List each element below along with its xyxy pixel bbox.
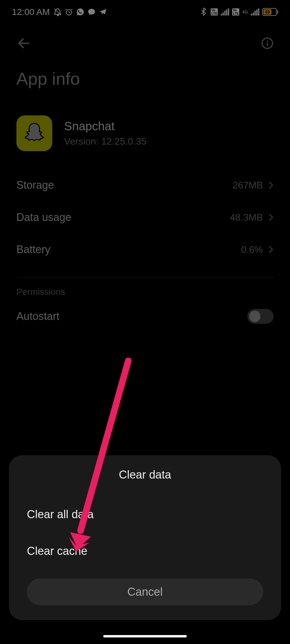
cancel-button[interactable]: Cancel bbox=[27, 578, 263, 605]
autostart-label: Autostart bbox=[16, 310, 59, 323]
app-name: Snapchat bbox=[64, 120, 146, 133]
signal-icon-1 bbox=[221, 8, 229, 16]
data-usage-label: Data usage bbox=[16, 211, 71, 224]
storage-value: 267MB bbox=[233, 180, 263, 191]
chevron-right-icon bbox=[268, 213, 274, 222]
volte-badge-1: VoLTE bbox=[211, 8, 218, 16]
permissions-heading: Permissions bbox=[0, 287, 290, 303]
volte-badge-2: VoLTE bbox=[232, 8, 239, 16]
clear-all-data-option[interactable]: Clear all data bbox=[9, 496, 281, 533]
app-version: Version: 12.25.0.35 bbox=[64, 136, 146, 147]
telegram-icon bbox=[99, 8, 107, 16]
storage-label: Storage bbox=[16, 179, 54, 191]
chevron-right-icon bbox=[268, 245, 274, 254]
whatsapp-icon bbox=[76, 8, 84, 16]
app-bar bbox=[0, 30, 290, 57]
battery-value: 0.6% bbox=[241, 244, 263, 255]
network-type-label: 4G bbox=[242, 10, 248, 14]
battery-row[interactable]: Battery 0.6% bbox=[16, 233, 274, 266]
snapchat-ghost-icon bbox=[22, 121, 46, 146]
status-left-group: 12:00 AM bbox=[12, 7, 107, 17]
svg-point-2 bbox=[267, 41, 268, 42]
settings-list: Storage 267MB Data usage 48.3MB Battery … bbox=[0, 169, 290, 266]
autostart-row[interactable]: Autostart bbox=[0, 303, 290, 330]
alarm-icon bbox=[65, 8, 73, 16]
toggle-thumb bbox=[249, 311, 260, 322]
page-title: App info bbox=[0, 57, 290, 106]
chat-icon bbox=[87, 8, 96, 16]
data-usage-value: 48.3MB bbox=[230, 212, 263, 223]
bluetooth-icon bbox=[199, 8, 208, 16]
divider bbox=[16, 278, 274, 278]
app-header: Snapchat Version: 12.25.0.35 bbox=[0, 106, 290, 169]
signal-icon-2 bbox=[251, 8, 259, 16]
clear-cache-option[interactable]: Clear cache bbox=[9, 533, 281, 569]
chevron-right-icon bbox=[268, 181, 274, 190]
svg-rect-3 bbox=[267, 43, 268, 46]
notification-icons bbox=[53, 8, 107, 16]
data-usage-row[interactable]: Data usage 48.3MB bbox=[16, 201, 274, 233]
dialog-title: Clear data bbox=[9, 468, 281, 496]
autostart-toggle[interactable] bbox=[247, 309, 274, 324]
clear-data-dialog: Clear data Clear all data Clear cache Ca… bbox=[9, 455, 281, 620]
status-bar: 12:00 AM VoLTE VoLTE 4G bbox=[0, 0, 290, 24]
status-right-group: VoLTE VoLTE 4G 68 bbox=[199, 8, 278, 16]
app-icon-snapchat bbox=[16, 115, 52, 151]
home-indicator[interactable] bbox=[103, 635, 187, 637]
battery-label: Battery bbox=[16, 243, 50, 256]
clock-time: 12:00 AM bbox=[12, 7, 50, 17]
back-arrow-icon[interactable] bbox=[16, 36, 31, 51]
info-icon[interactable] bbox=[261, 37, 274, 49]
battery-indicator: 68 bbox=[262, 8, 278, 16]
storage-row[interactable]: Storage 267MB bbox=[16, 169, 274, 201]
mute-icon bbox=[53, 8, 62, 16]
battery-percent: 68 bbox=[263, 9, 272, 15]
